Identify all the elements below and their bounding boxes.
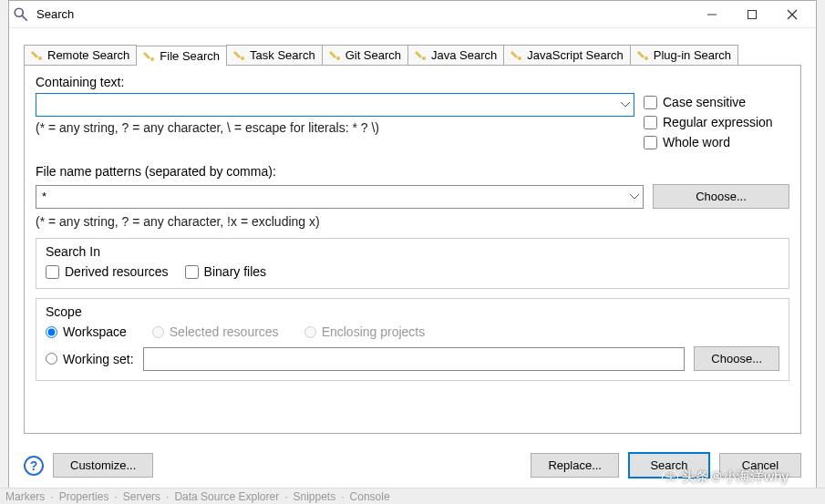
tab-javascript-search[interactable]: JavaScript Search	[503, 45, 631, 65]
tab-remote-search[interactable]: Remote Search	[24, 45, 137, 65]
flashlight-icon	[415, 49, 428, 62]
minimize-button[interactable]	[692, 2, 732, 27]
flashlight-icon	[233, 49, 246, 62]
statusbar-properties[interactable]: Properties	[59, 490, 109, 503]
scope-selected-radio[interactable]: Selected resources	[152, 324, 279, 339]
form-area: Containing text: (* = any string, ? = an…	[24, 66, 801, 434]
svg-point-12	[645, 57, 648, 60]
statusbar-data-source[interactable]: Data Source Explorer	[174, 490, 279, 503]
svg-point-11	[518, 57, 521, 60]
patterns-combo	[36, 185, 644, 209]
window-title: Search	[36, 7, 692, 21]
search-in-legend: Search In	[46, 244, 779, 259]
patterns-dropdown[interactable]	[626, 194, 643, 200]
svg-point-9	[336, 57, 340, 60]
containing-text-hint: (* = any string, ? = any character, \ = …	[36, 120, 634, 135]
svg-point-10	[422, 57, 426, 60]
patterns-label: File name patterns (separated by comma):	[36, 164, 789, 179]
svg-rect-3	[748, 10, 757, 18]
statusbar-snippets[interactable]: Snippets	[294, 490, 336, 503]
search-app-icon	[13, 6, 29, 23]
containing-text-dropdown[interactable]	[617, 102, 634, 108]
scope-enclosing-radio[interactable]: Enclosing projects	[304, 324, 426, 339]
containing-text-label: Containing text:	[36, 75, 634, 89]
cancel-button[interactable]: Cancel	[719, 453, 801, 478]
flashlight-icon	[510, 49, 523, 62]
svg-line-1	[22, 15, 27, 21]
flashlight-icon	[637, 49, 650, 62]
derived-resources-check[interactable]: Derived resources	[46, 264, 169, 279]
svg-point-7	[150, 57, 154, 61]
scope-legend: Scope	[46, 304, 779, 319]
binary-files-check[interactable]: Binary files	[185, 264, 266, 279]
tab-plugin-search[interactable]: Plug-in Search	[630, 45, 738, 65]
working-set-input[interactable]	[143, 347, 686, 371]
containing-text-combo	[36, 93, 634, 117]
close-button[interactable]	[772, 2, 812, 27]
chevron-down-icon	[621, 102, 630, 108]
patterns-hint: (* = any string, ? = any character, !x =…	[36, 214, 789, 229]
replace-button[interactable]: Replace...	[531, 453, 619, 478]
regex-check[interactable]: Regular expression	[644, 115, 789, 129]
statusbar-console[interactable]: Console	[350, 490, 390, 503]
svg-point-0	[15, 8, 23, 16]
patterns-input[interactable]	[36, 186, 626, 208]
flashlight-icon	[143, 50, 156, 63]
maximize-button[interactable]	[732, 2, 772, 27]
search-in-group: Search In Derived resources Binary files	[36, 238, 789, 289]
search-tabs: Remote Search File Search Task Search Gi…	[24, 45, 801, 66]
scope-working-set-radio[interactable]: Working set:	[46, 352, 134, 366]
tab-file-search[interactable]: File Search	[136, 46, 227, 66]
case-sensitive-check[interactable]: Case sensitive	[644, 95, 789, 109]
search-button[interactable]: Search	[628, 452, 710, 478]
search-dialog: Search Remote Search File Search Task Se…	[8, 0, 817, 492]
dialog-footer: ? Customize... Replace... Search Cancel	[9, 443, 816, 491]
whole-word-check[interactable]: Whole word	[644, 135, 789, 149]
svg-point-8	[241, 57, 244, 60]
statusbar-servers[interactable]: Servers	[123, 490, 160, 503]
containing-text-input[interactable]	[36, 94, 617, 116]
flashlight-icon	[329, 49, 342, 62]
titlebar: Search	[9, 1, 816, 28]
statusbar-markers[interactable]: Markers	[5, 490, 45, 503]
svg-point-6	[38, 57, 42, 60]
tab-git-search[interactable]: Git Search	[322, 45, 408, 65]
dialog-content: Remote Search File Search Task Search Gi…	[9, 28, 816, 443]
help-icon[interactable]: ?	[24, 456, 44, 476]
ide-statusbar: Markers · Properties · Servers · Data So…	[0, 488, 825, 504]
tab-java-search[interactable]: Java Search	[407, 45, 504, 65]
flashlight-icon	[31, 49, 44, 62]
scope-workspace-radio[interactable]: Workspace	[46, 324, 127, 339]
scope-group: Scope Workspace Selected resources Enclo…	[36, 298, 789, 381]
patterns-choose-button[interactable]: Choose...	[653, 184, 789, 209]
chevron-down-icon	[630, 194, 639, 200]
tab-task-search[interactable]: Task Search	[226, 45, 323, 65]
customize-button[interactable]: Customize...	[53, 453, 153, 478]
working-set-choose-button[interactable]: Choose...	[694, 346, 779, 371]
